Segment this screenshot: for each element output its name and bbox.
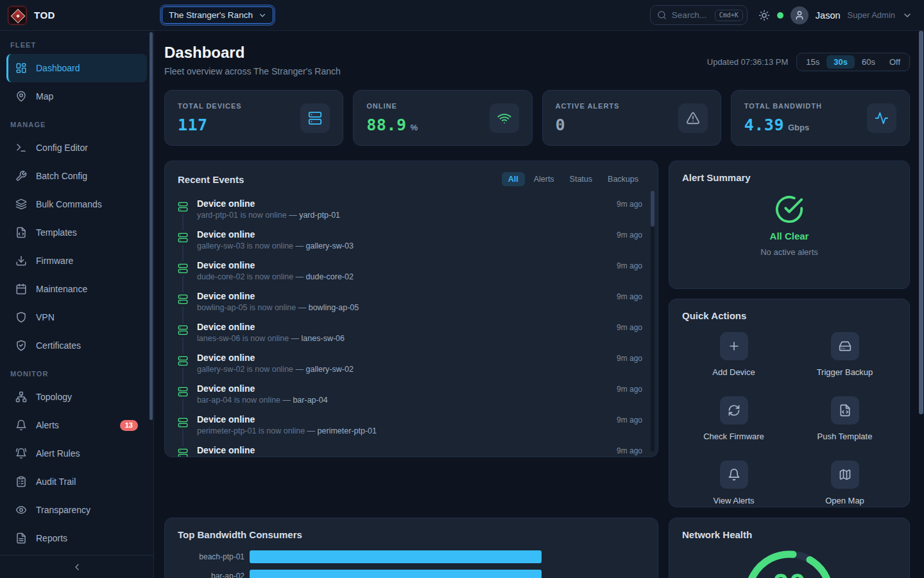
shield-icon	[15, 311, 27, 323]
sidebar-item-topology[interactable]: Topology	[6, 383, 147, 411]
sidebar-item-vpn[interactable]: VPN	[6, 303, 147, 331]
quick-action-trigger-backup[interactable]: Trigger Backup	[793, 332, 896, 377]
stat-card-online: ONLINE88.9%	[353, 90, 532, 146]
page-header: Dashboard Fleet overview across The Stra…	[164, 44, 910, 76]
sidebar-item-transparency[interactable]: Transparency	[6, 496, 147, 524]
sidebar-item-label: Certificates	[36, 340, 81, 351]
sidebar-item-label: Bulk Commands	[36, 199, 102, 209]
quick-action-tile[interactable]	[831, 332, 859, 360]
event-row: Device online9m agoyard-ptp-01 is now on…	[178, 195, 642, 226]
stat-icon-box	[300, 103, 330, 133]
layout-dashboard-icon	[15, 62, 27, 74]
quick-action-push-template[interactable]: Push Template	[793, 396, 896, 441]
server-icon	[178, 231, 188, 245]
refresh-option-30s[interactable]: 30s	[826, 55, 855, 69]
user-menu-chevron-down-icon[interactable]	[902, 10, 912, 21]
server-icon	[178, 446, 188, 457]
sidebar-item-maintenance[interactable]: Maintenance	[6, 275, 147, 303]
event-row: Device online9m agobowling-ap-05 is now …	[178, 288, 642, 319]
page-scrollbar[interactable]	[918, 31, 924, 578]
bandwidth-title: Top Bandwidth Consumers	[178, 529, 645, 540]
quick-action-tile[interactable]	[720, 396, 748, 425]
quick-action-check-firmware[interactable]: Check Firmware	[682, 396, 785, 441]
brand: TOD	[0, 6, 154, 25]
sidebar-item-map[interactable]: Map	[6, 82, 147, 110]
event-tab-alerts[interactable]: Alerts	[527, 172, 561, 186]
sidebar-item-templates[interactable]: Templates	[6, 218, 147, 247]
wrench-icon	[15, 170, 27, 182]
bell-icon	[15, 419, 27, 431]
event-title: Device online	[197, 414, 255, 425]
stat-card-active-alerts: ACTIVE ALERTS0	[542, 90, 721, 146]
bandwidth-bar-row: bar-ap-02	[178, 570, 645, 578]
stat-cards-row: TOTAL DEVICES117ONLINE88.9%ACTIVE ALERTS…	[164, 90, 910, 146]
event-tab-backups[interactable]: Backups	[601, 172, 645, 186]
sidebar-item-batch-config[interactable]: Batch Config	[6, 162, 147, 190]
sidebar-item-alerts[interactable]: Alerts13	[6, 411, 147, 439]
server-icon	[178, 416, 188, 430]
quick-action-tile[interactable]	[831, 396, 859, 425]
search-input[interactable]: Search... Cmd+K	[650, 5, 748, 25]
sidebar-item-audit-trail[interactable]: Audit Trail	[6, 468, 147, 496]
stat-card-total-bandwidth: TOTAL BANDWIDTH4.39Gbps	[731, 90, 910, 146]
quick-action-label: View Alerts	[713, 496, 754, 505]
sidebar-item-label: Alerts	[36, 420, 59, 430]
event-title: Device online	[197, 383, 255, 394]
avatar[interactable]	[791, 6, 809, 24]
server-icon	[178, 385, 188, 399]
alert-summary-title: Alert Summary	[682, 172, 896, 183]
event-list-scrollbar-thumb[interactable]	[651, 191, 654, 227]
quick-action-label: Open Map	[825, 496, 864, 505]
event-tab-all[interactable]: All	[502, 172, 525, 186]
event-title: Device online	[197, 322, 255, 332]
sidebar-item-certificates[interactable]: Certificates	[6, 331, 147, 360]
bandwidth-bar-row: beach-ptp-01	[178, 550, 645, 563]
activity-icon	[875, 111, 889, 125]
bandwidth-bars: beach-ptp-01bar-ap-02	[178, 550, 645, 578]
event-row: Device online9m agogallery-sw-03 is now …	[178, 226, 642, 257]
stat-label: ONLINE	[366, 102, 418, 110]
search-placeholder: Search...	[672, 10, 710, 20]
sidebar-section-label: MONITOR	[0, 370, 153, 378]
quick-action-label: Push Template	[817, 432, 873, 441]
sidebar-item-bulk-commands[interactable]: Bulk Commands	[6, 190, 147, 218]
sidebar-item-reports[interactable]: Reports	[6, 524, 147, 552]
refresh-option-off[interactable]: Off	[882, 55, 907, 69]
sidebar-collapse-button[interactable]	[0, 555, 153, 578]
sidebar-item-dashboard[interactable]: Dashboard	[6, 54, 147, 82]
event-row: Device online9m agogallery-sw-02 is now …	[178, 349, 642, 380]
event-title: Device online	[197, 445, 255, 455]
quick-action-view-alerts[interactable]: View Alerts	[682, 460, 785, 505]
app-logo-icon[interactable]	[8, 6, 27, 25]
theme-toggle-sun-icon[interactable]	[758, 10, 770, 21]
event-row: Device online9m agolanes-sw-06 is now on…	[178, 319, 642, 349]
quick-action-open-map[interactable]: Open Map	[793, 460, 896, 505]
event-tab-status[interactable]: Status	[563, 172, 599, 186]
quick-action-tile[interactable]	[831, 460, 859, 489]
page-scrollbar-thumb[interactable]	[919, 31, 923, 414]
quick-action-tile[interactable]	[720, 460, 748, 489]
quick-actions-card: Quick Actions Add DeviceTrigger BackupCh…	[669, 299, 910, 507]
quick-action-add-device[interactable]: Add Device	[682, 332, 785, 377]
event-title: Device online	[197, 291, 255, 301]
sidebar: FLEETDashboardMapMANAGEConfig EditorBatc…	[0, 31, 154, 578]
event-list-scrollbar[interactable]	[651, 191, 654, 451]
sidebar-item-config-editor[interactable]: Config Editor	[6, 134, 147, 162]
stat-value: 117	[178, 116, 208, 134]
stat-icon-box	[678, 103, 708, 133]
plus-icon	[728, 340, 740, 353]
site-selector[interactable]: The Stranger's Ranch	[162, 6, 273, 24]
refresh-interval-control: 15s30s60sOff	[796, 53, 910, 71]
quick-action-tile[interactable]	[720, 332, 748, 360]
event-detail: dude-core-02 is now online — dude-core-0…	[197, 272, 642, 281]
chevron-left-icon	[72, 562, 82, 572]
sidebar-item-firmware[interactable]: Firmware	[6, 247, 147, 275]
refresh-option-15s[interactable]: 15s	[799, 55, 826, 69]
stat-value: 88.9	[366, 116, 406, 134]
event-time: 9m ago	[617, 385, 642, 394]
recent-events-title: Recent Events	[178, 174, 244, 185]
sidebar-scrollbar[interactable]	[150, 32, 153, 420]
sidebar-item-alert-rules[interactable]: Alert Rules	[6, 439, 147, 468]
event-filter-tabs: AllAlertsStatusBackups	[502, 172, 645, 186]
refresh-option-60s[interactable]: 60s	[855, 55, 882, 69]
